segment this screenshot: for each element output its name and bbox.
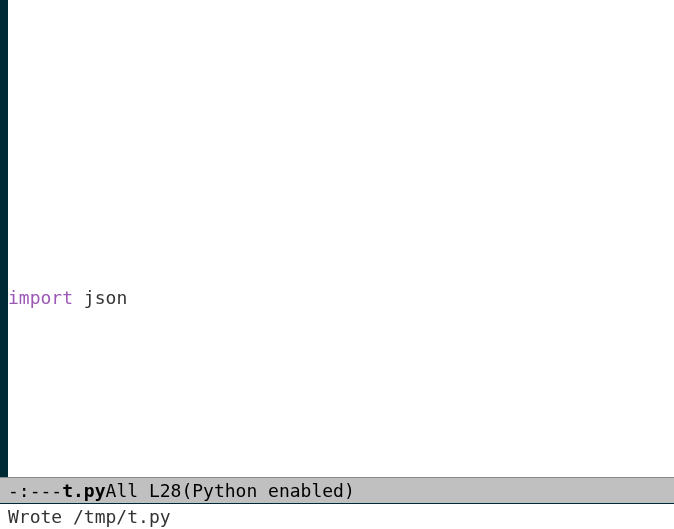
buffer-name: t.py [62,478,105,503]
major-mode: (Python enabled) [181,478,354,503]
code-line: import json [8,285,674,310]
code-editor[interactable]: import json def foo(self): cat_file = '/… [0,0,674,477]
fringe [0,0,8,477]
module-name: json [73,287,127,308]
minibuffer[interactable]: Wrote /tmp/t.py [0,503,674,529]
blank-line [8,460,674,477]
blank-line [8,185,674,210]
blank-line [8,385,674,410]
buffer-status: -:--- [8,478,62,503]
mode-line[interactable]: -:--- t.py All L28 (Python enabled) [0,477,674,503]
keyword-import: import [8,287,73,308]
blank-line [8,110,674,135]
position-indicator: All L28 [106,478,182,503]
echo-message: Wrote /tmp/t.py [8,506,171,527]
